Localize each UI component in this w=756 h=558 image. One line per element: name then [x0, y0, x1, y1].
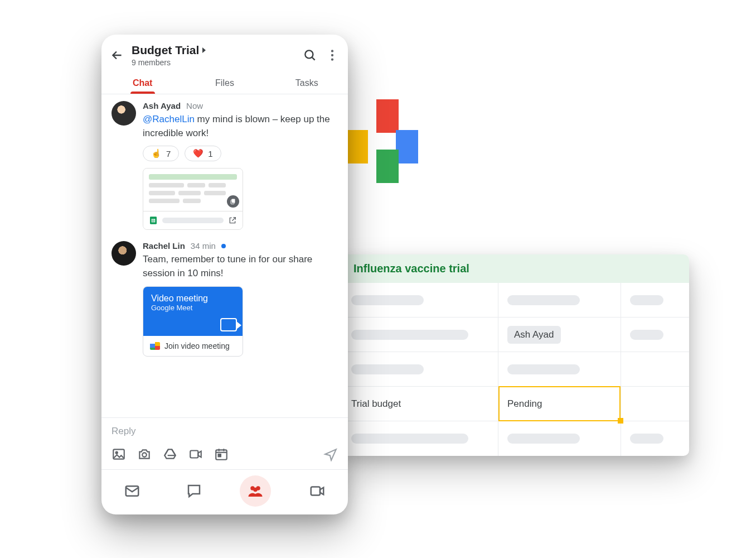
svg-point-3: [331, 58, 333, 60]
meet-title: Video meeting: [151, 294, 235, 304]
search-icon: [303, 48, 317, 62]
sheet-cell[interactable]: [342, 318, 498, 352]
sheet-preview: [143, 169, 243, 211]
bottom-nav: [101, 469, 348, 514]
avatar[interactable]: [112, 101, 136, 126]
sheet-cell[interactable]: [342, 421, 498, 456]
svg-rect-14: [190, 451, 198, 458]
svg-point-13: [142, 453, 147, 457]
video-button[interactable]: [188, 447, 203, 464]
title-block[interactable]: Budget Trial 9 members: [132, 44, 295, 67]
svg-rect-16: [219, 454, 221, 456]
sheet-cell[interactable]: [342, 352, 498, 386]
nav-chat[interactable]: [178, 475, 210, 507]
emoji: ❤️: [193, 148, 203, 158]
author-name: Ash Ayad: [143, 101, 181, 110]
svg-rect-10: [153, 219, 153, 223]
tab-bar: Chat Files Tasks: [101, 69, 348, 94]
copy-badge-icon: [227, 195, 239, 208]
sheet-cell-pending[interactable]: Pending: [498, 387, 621, 421]
join-meeting-button[interactable]: Join video meeting: [143, 336, 243, 356]
sheet-cell[interactable]: [498, 421, 621, 456]
calendar-button[interactable]: [214, 447, 229, 464]
tab-label: Chat: [133, 78, 153, 88]
meet-subtitle: Google Meet: [151, 304, 235, 312]
people-icon: [247, 483, 264, 499]
reply-input[interactable]: Reply: [112, 426, 338, 437]
sheet-title-row: Influenza vaccine trial: [342, 254, 689, 283]
open-external-icon[interactable]: [228, 216, 237, 225]
sheet-cell[interactable]: [342, 283, 498, 317]
space-title: Budget Trial: [132, 44, 199, 57]
message-text: @RachelLin my mind is blown – keep up th…: [143, 113, 338, 140]
sheet-row: [342, 421, 689, 456]
meet-card[interactable]: Video meeting Google Meet Join video mee…: [143, 286, 243, 357]
reaction-finger[interactable]: ☝️ 7: [143, 146, 179, 161]
sheet-cell-trial-budget[interactable]: Trial budget: [342, 387, 498, 421]
image-icon: [112, 447, 126, 461]
message-time: 34 min: [191, 241, 216, 251]
calendar-icon: [214, 447, 229, 461]
drive-button[interactable]: [163, 447, 177, 464]
nav-spaces[interactable]: [240, 475, 271, 507]
tab-tasks[interactable]: Tasks: [266, 75, 348, 94]
attach-image-button[interactable]: [112, 447, 126, 464]
sheet-row: [342, 352, 689, 387]
svg-point-1: [331, 50, 333, 52]
sheet-row: Ash Ayad: [342, 318, 689, 352]
send-button[interactable]: [323, 447, 338, 464]
send-icon: [323, 447, 338, 461]
sheet-cell[interactable]: [621, 318, 689, 352]
nav-mail[interactable]: [117, 475, 148, 507]
avatar[interactable]: [112, 241, 136, 266]
camera-button[interactable]: [137, 447, 152, 464]
svg-point-0: [305, 50, 313, 58]
meet-icon: [309, 483, 326, 499]
caret-right-icon: [201, 47, 207, 54]
join-label: Join video meeting: [164, 341, 230, 350]
tab-label: Tasks: [295, 78, 318, 88]
tab-files[interactable]: Files: [183, 75, 265, 94]
sheet-cell[interactable]: [498, 352, 621, 386]
video-camera-icon: [220, 318, 237, 331]
sheet-body: Ash Ayad Trial budget Pending: [342, 283, 689, 456]
sheet-cell[interactable]: [621, 421, 689, 456]
cell-text: Trial budget: [351, 398, 401, 410]
sheets-icon: [149, 216, 158, 225]
sheet-row: [342, 283, 689, 318]
sheet-title: Influenza vaccine trial: [353, 262, 469, 275]
sheet-cell[interactable]: [621, 283, 689, 317]
svg-point-2: [331, 54, 333, 56]
sheet-cell[interactable]: Ash Ayad: [498, 318, 621, 352]
sheet-row: Trial budget Pending: [342, 387, 689, 421]
chip-ash-ayad[interactable]: Ash Ayad: [507, 326, 561, 344]
unread-dot-icon: [221, 244, 226, 248]
message-time: Now: [186, 101, 203, 110]
selection-handle[interactable]: [618, 418, 623, 424]
svg-rect-4: [232, 199, 235, 203]
sheet-attachment[interactable]: [143, 168, 243, 230]
video-icon: [188, 447, 203, 461]
camera-icon: [137, 447, 152, 461]
mention[interactable]: @RachelLin: [143, 114, 195, 124]
more-button[interactable]: [324, 47, 340, 63]
chat-scroll[interactable]: Ash Ayad Now @RachelLin my mind is blown…: [101, 94, 348, 417]
filename-placeholder: [162, 218, 224, 223]
reply-actions: [112, 447, 338, 464]
reaction-heart[interactable]: ❤️ 1: [185, 146, 221, 161]
nav-meet[interactable]: [302, 475, 333, 507]
chat-header: Budget Trial 9 members: [101, 35, 348, 69]
tab-chat[interactable]: Chat: [101, 75, 183, 94]
plus-arm-blue: [396, 130, 418, 163]
mail-icon: [124, 483, 140, 499]
message: Ash Ayad Now @RachelLin my mind is blown…: [112, 101, 338, 230]
sheet-cell[interactable]: [498, 283, 621, 317]
sheet-cell[interactable]: [621, 387, 689, 421]
emoji: ☝️: [151, 148, 162, 158]
reactions: ☝️ 7 ❤️ 1: [143, 146, 338, 161]
sheet-cell[interactable]: [621, 352, 689, 386]
search-button[interactable]: [302, 47, 318, 63]
meet-logo-icon: [150, 342, 160, 350]
attachment-footer: [143, 211, 243, 229]
back-button[interactable]: [109, 47, 125, 63]
